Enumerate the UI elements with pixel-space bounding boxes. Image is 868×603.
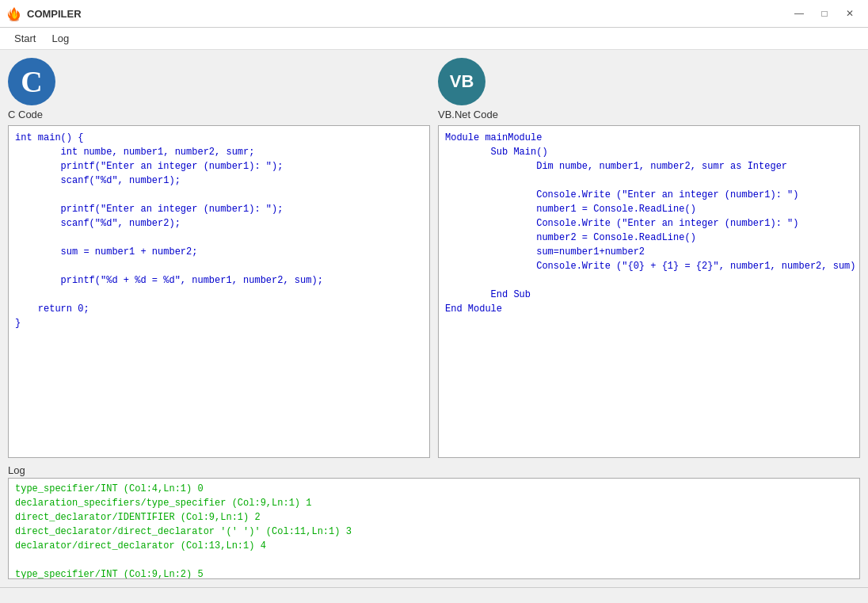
c-panel: C C Code int main() { int numbe, number1… [8,58,430,458]
vb-panel-label: VB.Net Code [438,109,498,120]
vb-panel-header: VB VB.Net Code [438,58,860,122]
c-logo-text: C [21,64,42,99]
status-bar [0,587,868,603]
log-panel: Log type_specifier/INT (Col:4,Ln:1) 0 de… [8,464,860,579]
menu-item-log[interactable]: Log [44,30,77,47]
log-box[interactable]: type_specifier/INT (Col:4,Ln:1) 0 declar… [8,478,860,579]
c-logo: C [8,58,55,105]
maximize-button[interactable]: □ [813,5,836,22]
vb-logo: VB [438,58,485,105]
c-code-box[interactable]: int main() { int numbe, number1, number2… [8,125,430,458]
main-content: C C Code int main() { int numbe, number1… [0,50,868,587]
vb-code-box[interactable]: Module mainModule Sub Main() Dim numbe, … [438,125,860,458]
menu-item-start[interactable]: Start [6,30,44,47]
code-panels: C C Code int main() { int numbe, number1… [8,58,860,458]
close-button[interactable]: ✕ [838,5,862,22]
menu-bar: StartLog [0,28,868,50]
log-label: Log [8,464,860,476]
vb-logo-text: VB [450,71,474,92]
c-panel-label: C Code [8,109,43,120]
title-bar: COMPILER — □ ✕ [0,0,868,28]
app-icon [6,6,22,21]
app-title: COMPILER [27,8,786,20]
c-panel-header: C C Code [8,58,430,122]
vb-panel: VB VB.Net Code Module mainModule Sub Mai… [438,58,860,458]
minimize-button[interactable]: — [787,5,811,22]
